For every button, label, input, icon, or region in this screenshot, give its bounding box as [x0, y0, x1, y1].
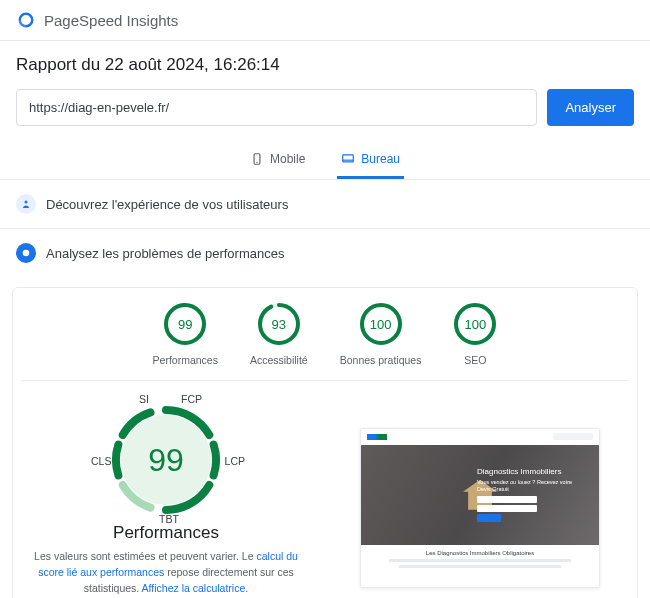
device-tabs: Mobile Bureau: [0, 144, 650, 180]
svg-point-4: [25, 201, 28, 204]
desktop-icon: [341, 152, 355, 166]
metric-fcp: FCP: [181, 393, 202, 405]
performance-detail: 99 SI FCP LCP CLS TBT Performances Les v…: [21, 395, 629, 598]
report-section: Rapport du 22 août 2024, 16:26:14 Analys…: [0, 41, 650, 126]
category-scores: 99 Performances 93 Accessibilité 100 Bon…: [21, 302, 629, 366]
page-screenshot: Diagnostics Immobiliers Vous vendez ou l…: [331, 395, 629, 598]
users-icon: [16, 194, 36, 214]
performance-gauge-column: 99 SI FCP LCP CLS TBT Performances Les v…: [21, 395, 311, 598]
score-accessibility[interactable]: 93 Accessibilité: [250, 302, 308, 366]
report-title: Rapport du 22 août 2024, 16:26:14: [16, 55, 634, 75]
analyze-button[interactable]: Analyser: [547, 89, 634, 126]
url-input[interactable]: [16, 89, 537, 126]
diagnose-icon: [16, 243, 36, 263]
section-user-experience: Découvrez l'expérience de vos utilisateu…: [0, 180, 650, 229]
metric-lcp: LCP: [225, 455, 245, 467]
score-performance[interactable]: 99 Performances: [153, 302, 218, 366]
product-name: PageSpeed Insights: [44, 12, 178, 29]
section-users-title: Découvrez l'expérience de vos utilisateu…: [46, 197, 288, 212]
performance-gauge: 99 SI FCP LCP CLS TBT: [81, 395, 251, 525]
tab-desktop[interactable]: Bureau: [337, 144, 404, 179]
disclaimer-text: Les valeurs sont estimées et peuvent var…: [29, 549, 303, 596]
tab-mobile[interactable]: Mobile: [246, 144, 309, 179]
app-header: PageSpeed Insights: [0, 0, 650, 41]
svg-rect-2: [343, 155, 354, 162]
url-row: Analyser: [16, 89, 634, 126]
score-best-practices[interactable]: 100 Bonnes pratiques: [340, 302, 422, 366]
section-diagnose: Analysez les problèmes de performances: [0, 229, 650, 277]
tab-desktop-label: Bureau: [361, 152, 400, 166]
pagespeed-logo-icon: [16, 10, 36, 30]
calculator-link[interactable]: Affichez la calculatrice: [142, 582, 246, 594]
metric-tbt: TBT: [159, 513, 179, 525]
mobile-icon: [250, 152, 264, 166]
section-diagnose-title: Analysez les problèmes de performances: [46, 246, 284, 261]
metric-si: SI: [139, 393, 149, 405]
lighthouse-panel: 99 Performances 93 Accessibilité 100 Bon…: [12, 287, 638, 598]
svg-point-5: [23, 250, 30, 257]
metric-cls: CLS: [91, 455, 111, 467]
gauge-name: Performances: [21, 523, 311, 543]
tab-mobile-label: Mobile: [270, 152, 305, 166]
screenshot-thumbnail: Diagnostics Immobiliers Vous vendez ou l…: [360, 428, 600, 588]
divider: [21, 380, 629, 381]
score-seo[interactable]: 100 SEO: [453, 302, 497, 366]
